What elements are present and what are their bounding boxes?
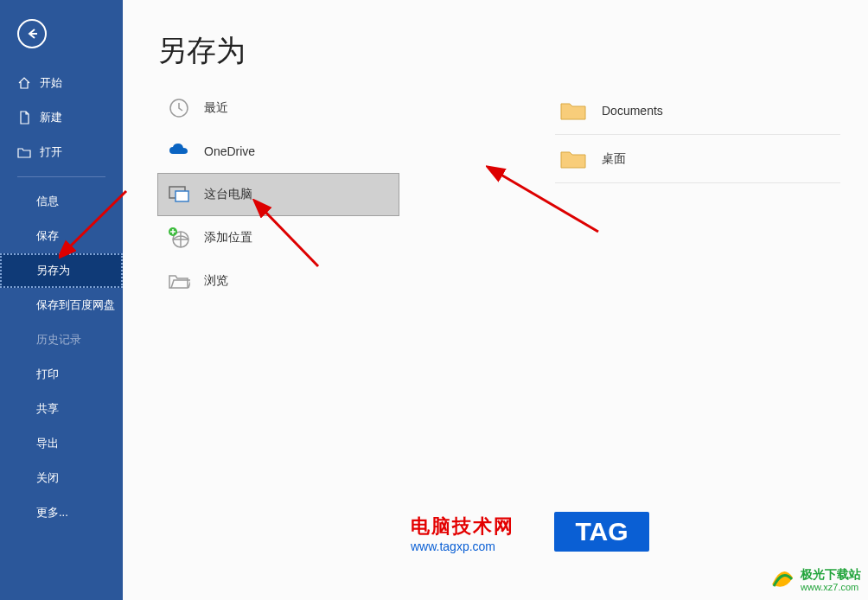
sidebar-item-baidu[interactable]: 保存到百度网盘	[0, 288, 123, 322]
folder-open-icon	[17, 145, 31, 159]
back-button[interactable]	[17, 19, 47, 48]
backstage-sidebar: 开始 新建 打开 信息 保存 另存为 保存到百度网盘 历史记录 打印 共享 导出…	[0, 0, 123, 600]
watermark-text: 极光下载站	[801, 567, 861, 582]
sidebar-label: 保存	[36, 228, 59, 244]
location-recent[interactable]: 最近	[157, 86, 399, 130]
sidebar-divider	[17, 176, 105, 177]
home-icon	[17, 76, 31, 90]
folder-documents[interactable]: Documents	[555, 86, 840, 135]
sidebar-item-new[interactable]: 新建	[0, 100, 123, 135]
location-label: 最近	[204, 100, 228, 116]
sidebar-item-info[interactable]: 信息	[0, 184, 123, 219]
sidebar-item-history: 历史记录	[0, 322, 123, 357]
sidebar-item-save[interactable]: 保存	[0, 219, 123, 253]
sidebar-label: 打开	[40, 144, 62, 160]
sidebar-label: 开始	[40, 75, 62, 91]
watermark-xz7: 极光下载站 www.xz7.com	[769, 567, 861, 593]
location-label: 浏览	[204, 273, 228, 289]
folder-open-icon	[168, 270, 190, 292]
pc-icon	[168, 183, 190, 206]
location-list: 最近 OneDrive 这台电脑 添加位置 浏览	[157, 86, 399, 303]
folder-icon	[560, 149, 586, 169]
watermark-url: www.xz7.com	[801, 582, 861, 593]
location-onedrive[interactable]: OneDrive	[157, 130, 399, 173]
watermark-text: 电脑技术网	[411, 514, 549, 539]
sidebar-item-more[interactable]: 更多...	[0, 495, 123, 530]
sidebar-label: 历史记录	[36, 332, 81, 348]
location-browse[interactable]: 浏览	[157, 259, 399, 303]
location-label: 这台电脑	[204, 187, 252, 202]
sidebar-item-saveas[interactable]: 另存为	[0, 253, 123, 288]
sidebar-label: 共享	[36, 401, 59, 417]
sidebar-item-open[interactable]: 打开	[0, 135, 123, 169]
watermark-url: www.tagxp.com	[411, 539, 549, 553]
location-label: 添加位置	[204, 230, 252, 246]
onedrive-icon	[168, 140, 190, 163]
page-title: 另存为	[157, 31, 868, 71]
folder-label: Documents	[602, 104, 663, 118]
sidebar-label: 保存到百度网盘	[36, 297, 115, 313]
location-label: OneDrive	[204, 144, 255, 158]
clock-icon	[168, 97, 190, 119]
location-add-place[interactable]: 添加位置	[157, 216, 399, 259]
sidebar-item-share[interactable]: 共享	[0, 392, 123, 426]
sidebar-label: 另存为	[36, 263, 70, 278]
location-this-pc[interactable]: 这台电脑	[157, 173, 399, 216]
sidebar-item-home[interactable]: 开始	[0, 66, 123, 100]
folder-icon	[560, 100, 586, 121]
add-location-icon	[168, 227, 190, 249]
sidebar-label: 更多...	[36, 505, 68, 520]
sidebar-label: 信息	[36, 194, 59, 209]
watermark-tag: TAG	[554, 512, 649, 552]
document-icon	[17, 111, 31, 124]
svg-rect-10	[176, 191, 188, 201]
sidebar-item-print[interactable]: 打印	[0, 357, 123, 392]
sidebar-label: 新建	[40, 110, 62, 125]
sidebar-item-closefile[interactable]: 关闭	[0, 461, 123, 495]
folder-desktop[interactable]: 桌面	[555, 135, 840, 183]
folder-list: Documents 桌面	[555, 86, 840, 183]
sidebar-label: 关闭	[36, 470, 59, 486]
watermark-tagxp: 电脑技术网 www.tagxp.com TAG	[411, 508, 667, 559]
watermark-logo-icon	[769, 567, 795, 593]
sidebar-item-export[interactable]: 导出	[0, 426, 123, 461]
sidebar-label: 导出	[36, 436, 59, 451]
sidebar-label: 打印	[36, 367, 59, 382]
folder-label: 桌面	[602, 151, 626, 167]
